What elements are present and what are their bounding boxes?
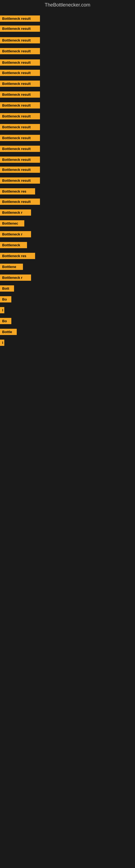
bottleneck-label: Bottleneck result	[0, 48, 40, 54]
bottleneck-item: Bottleneck result	[0, 156, 40, 164]
bottleneck-label: I	[0, 340, 4, 346]
bottleneck-item: Bottleneck r	[0, 209, 31, 217]
bottleneck-item: Bott	[0, 285, 14, 293]
bottleneck-item: Bottleneck	[0, 242, 27, 249]
bottleneck-label: Bottleneck result	[0, 124, 40, 130]
bottleneck-item: I	[0, 307, 4, 314]
bottleneck-label: Bottlene	[0, 264, 23, 270]
bottleneck-label: Bottleneck res	[0, 253, 35, 259]
bottleneck-label: Bottleneck r	[0, 209, 31, 216]
bottleneck-label: Bottleneck	[0, 242, 27, 248]
bottleneck-label: Bottleneck result	[0, 16, 40, 22]
bottleneck-item: I	[0, 340, 4, 347]
bottleneck-item: Bottleneck result	[0, 166, 40, 174]
bottleneck-item: Bo	[0, 318, 11, 325]
bottleneck-label: Bottleneck result	[0, 113, 40, 119]
bottleneck-label: Bottle	[0, 329, 17, 335]
bottleneck-item: Bottleneck result	[0, 37, 40, 44]
bottleneck-item: Bottleneck r	[0, 275, 31, 282]
bottleneck-item: Bottleneck result	[0, 48, 40, 55]
bottleneck-item: Bottleneck result	[0, 81, 40, 88]
bottleneck-label: Bottleneck res	[0, 188, 35, 194]
bottleneck-label: Bo	[0, 318, 11, 324]
bottleneck-item: Bo	[0, 296, 11, 304]
bottleneck-item: Bottleneck result	[0, 124, 40, 131]
bottleneck-item: Bottleneck r	[0, 231, 31, 239]
bottleneck-label: Bottleneck r	[0, 275, 31, 281]
bottleneck-item: Bottlene	[0, 264, 23, 271]
bottleneck-item: Bottleneck result	[0, 146, 40, 153]
bottleneck-label: Bottleneck result	[0, 156, 40, 163]
bottleneck-label: Bottleneck result	[0, 26, 40, 32]
bottleneck-label: Bottleneck result	[0, 81, 40, 87]
bottleneck-label: Bo	[0, 296, 11, 303]
bottleneck-label: Bottlenec	[0, 220, 24, 226]
bottleneck-item: Bottleneck result	[0, 26, 40, 33]
bottleneck-label: I	[0, 307, 4, 313]
bottleneck-item: Bottleneck result	[0, 59, 40, 67]
bottleneck-label: Bottleneck r	[0, 231, 31, 237]
bottleneck-label: Bottleneck result	[0, 177, 40, 184]
bottleneck-item: Bottle	[0, 329, 17, 336]
bottleneck-label: Bottleneck result	[0, 198, 40, 205]
bottleneck-item: Bottlenec	[0, 220, 24, 227]
bottleneck-label: Bott	[0, 285, 14, 291]
bottleneck-label: Bottleneck result	[0, 70, 40, 76]
bottleneck-label: Bottleneck result	[0, 102, 40, 108]
bottleneck-item: Bottleneck result	[0, 198, 40, 206]
site-title: TheBottlenecker.com	[0, 0, 135, 10]
bottleneck-label: Bottleneck result	[0, 135, 40, 141]
bottleneck-label: Bottleneck result	[0, 166, 40, 173]
bottleneck-label: Bottleneck result	[0, 59, 40, 66]
bottleneck-item: Bottleneck result	[0, 102, 40, 110]
bottleneck-item: Bottleneck result	[0, 177, 40, 185]
bottleneck-label: Bottleneck result	[0, 91, 40, 98]
bottleneck-item: Bottleneck result	[0, 113, 40, 120]
bottleneck-label: Bottleneck result	[0, 37, 40, 43]
bottleneck-item: Bottleneck result	[0, 16, 40, 23]
bottleneck-item: Bottleneck result	[0, 70, 40, 77]
bottleneck-item: Bottleneck res	[0, 253, 35, 260]
bottleneck-item: Bottleneck result	[0, 91, 40, 99]
bottleneck-item: Bottleneck res	[0, 188, 35, 195]
bottleneck-item: Bottleneck result	[0, 135, 40, 142]
bottleneck-label: Bottleneck result	[0, 146, 40, 152]
